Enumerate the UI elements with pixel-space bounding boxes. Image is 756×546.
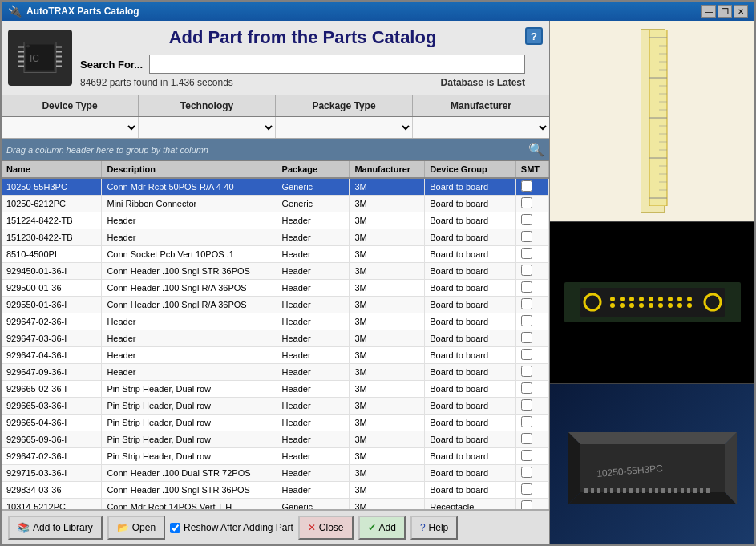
add-to-library-button[interactable]: 📚 Add to Library (8, 516, 103, 540)
table-row[interactable]: 929834-03-36Conn Header .100 Sngl STR 36… (2, 482, 549, 499)
smt-cell[interactable] (515, 297, 548, 313)
close-button[interactable]: ✕ Close (298, 516, 354, 540)
table-row[interactable]: 929647-02-36-IPin Strip Header, Dual row… (2, 448, 549, 465)
smt-cell[interactable] (515, 263, 548, 280)
smt-checkbox[interactable] (521, 248, 532, 259)
svg-rect-70 (623, 488, 626, 493)
smt-cell[interactable] (515, 398, 548, 415)
close-button[interactable]: ✕ (734, 5, 748, 18)
device-type-dropdown[interactable] (2, 117, 139, 138)
smt-cell[interactable] (515, 448, 548, 465)
smt-checkbox[interactable] (521, 298, 532, 309)
help-button[interactable]: ? Help (410, 516, 458, 540)
table-row[interactable]: 151224-8422-TBHeaderHeader3MBoard to boa… (2, 212, 549, 229)
table-row[interactable]: 929647-04-36-IHeaderHeader3MBoard to boa… (2, 347, 549, 364)
manufacturer-select[interactable] (413, 117, 549, 138)
smt-cell[interactable] (515, 364, 548, 381)
smt-cell[interactable] (515, 246, 548, 263)
smt-cell[interactable] (515, 280, 548, 297)
tab-device-type[interactable]: Device Type (2, 95, 139, 116)
col-header-desc[interactable]: Description (102, 161, 277, 178)
smt-checkbox[interactable] (521, 416, 532, 427)
search-input[interactable] (149, 55, 525, 74)
smt-checkbox[interactable] (521, 366, 532, 377)
smt-checkbox[interactable] (521, 197, 532, 208)
restore-button[interactable]: ❐ (718, 5, 732, 18)
package-type-select[interactable] (276, 117, 412, 138)
table-row[interactable]: 929665-03-36-IPin Strip Header, Dual row… (2, 398, 549, 415)
table-row[interactable]: 929715-03-36-IConn Header .100 Dual STR … (2, 465, 549, 482)
package-type-dropdown[interactable] (276, 117, 413, 138)
smt-cell[interactable] (515, 415, 548, 431)
tab-package-type[interactable]: Package Type (276, 95, 413, 116)
table-row[interactable]: 929665-02-36-IPin Strip Header, Dual row… (2, 381, 549, 398)
table-row[interactable]: 10314-5212PCConn Mdr Rcpt 14POS Vert T-H… (2, 499, 549, 510)
smt-cell[interactable] (515, 196, 548, 212)
technology-dropdown[interactable] (139, 117, 276, 138)
open-label: Open (132, 522, 156, 533)
add-button[interactable]: ✔ Add (358, 516, 406, 540)
smt-cell[interactable] (515, 431, 548, 448)
smt-checkbox[interactable] (521, 433, 532, 444)
smt-cell[interactable] (515, 482, 548, 499)
smt-checkbox[interactable] (521, 467, 532, 478)
filter-tabs: Device Type Technology Package Type Manu… (2, 95, 549, 117)
smt-checkbox[interactable] (521, 332, 532, 343)
help-icon-button[interactable]: ? (525, 27, 543, 45)
smt-cell[interactable] (515, 499, 548, 510)
smt-cell[interactable] (515, 465, 548, 482)
smt-checkbox[interactable] (521, 231, 532, 242)
smt-cell[interactable] (515, 330, 548, 347)
reshow-checkbox-label[interactable]: Reshow After Adding Part (170, 522, 293, 533)
smt-checkbox[interactable] (521, 382, 532, 394)
smt-checkbox[interactable] (521, 180, 532, 192)
name-cell: 929715-03-36-I (2, 465, 102, 482)
minimize-button[interactable]: — (701, 5, 716, 18)
col-header-pkg[interactable]: Package (277, 161, 350, 178)
table-row[interactable]: 929647-02-36-IHeaderHeader3MBoard to boa… (2, 313, 549, 330)
reshow-checkbox[interactable] (170, 523, 180, 533)
smt-checkbox[interactable] (521, 281, 532, 293)
smt-checkbox[interactable] (521, 450, 532, 461)
grp-cell: Board to board (425, 398, 516, 415)
svg-rect-76 (661, 488, 665, 493)
table-row[interactable]: 10250-55H3PCConn Mdr Rcpt 50POS R/A 4-40… (2, 178, 549, 196)
table-row[interactable]: 929647-09-36-IHeaderHeader3MBoard to boa… (2, 364, 549, 381)
table-row[interactable]: 929647-03-36-IHeaderHeader3MBoard to boa… (2, 330, 549, 347)
smt-checkbox[interactable] (521, 349, 532, 360)
smt-checkbox[interactable] (521, 265, 532, 276)
table-row[interactable]: 929550-01-36-IConn Header .100 Sngl R/A … (2, 297, 549, 313)
smt-checkbox[interactable] (521, 214, 532, 225)
col-header-name[interactable]: Name (2, 161, 102, 178)
smt-checkbox[interactable] (521, 483, 532, 495)
col-header-grp[interactable]: Device Group (425, 161, 516, 178)
technology-select[interactable] (139, 117, 275, 138)
smt-cell[interactable] (515, 229, 548, 246)
table-row[interactable]: 151230-8422-TBHeaderHeader3MBoard to boa… (2, 229, 549, 246)
table-row[interactable]: 929500-01-36Conn Header .100 Sngl R/A 36… (2, 280, 549, 297)
table-row[interactable]: 929665-04-36-IPin Strip Header, Dual row… (2, 415, 549, 431)
tab-manufacturer[interactable]: Manufacturer (413, 95, 549, 116)
smt-cell[interactable] (515, 381, 548, 398)
smt-cell[interactable] (515, 313, 548, 330)
tab-technology[interactable]: Technology (139, 95, 276, 116)
parts-table-container[interactable]: Name Description Package Manufacturer De… (2, 161, 549, 509)
table-row[interactable]: 10250-6212PCMini Ribbon ConnectorGeneric… (2, 196, 549, 212)
smt-cell[interactable] (515, 212, 548, 229)
smt-cell[interactable] (515, 347, 548, 364)
smt-checkbox[interactable] (521, 315, 532, 326)
table-row[interactable]: 929665-09-36-IPin Strip Header, Dual row… (2, 431, 549, 448)
smt-cell[interactable] (515, 178, 548, 196)
smt-checkbox[interactable] (521, 500, 532, 509)
col-header-smt[interactable]: SMT (515, 161, 548, 178)
col-header-mfr[interactable]: Manufacturer (350, 161, 425, 178)
device-type-select[interactable] (2, 117, 138, 138)
table-row[interactable]: 8510-4500PLConn Socket Pcb Vert 10POS .1… (2, 246, 549, 263)
close-label: Close (319, 522, 344, 533)
manufacturer-dropdown[interactable] (413, 117, 549, 138)
table-row[interactable]: 929450-01-36-IConn Header .100 Sngl STR … (2, 263, 549, 280)
open-button[interactable]: 📂 Open (107, 516, 165, 540)
pkg-cell: Header (277, 448, 350, 465)
smt-checkbox[interactable] (521, 399, 532, 411)
search-icon[interactable]: 🔍 (528, 142, 544, 157)
